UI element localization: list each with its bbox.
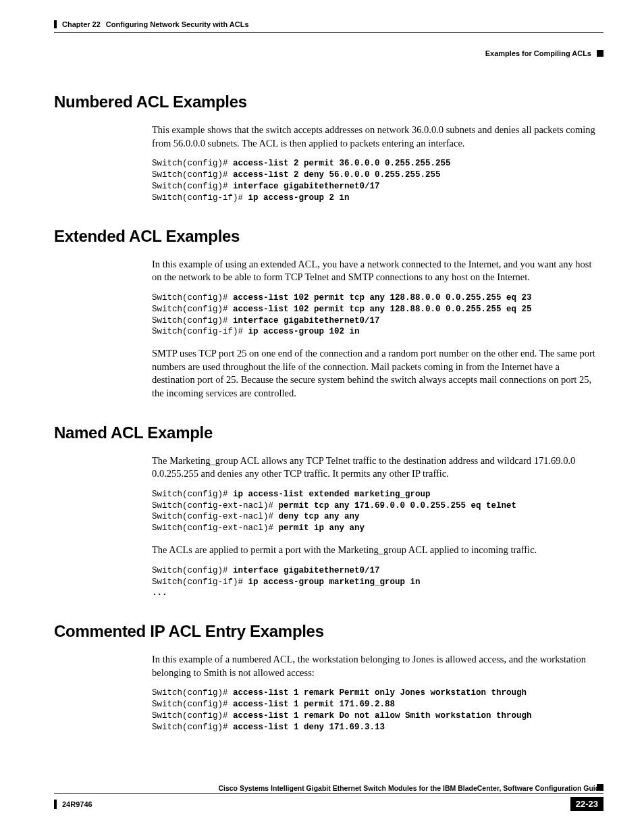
footer-guide-title: Cisco Systems Intelligent Gigabit Ethern… (54, 784, 603, 794)
header-rule-icon (54, 20, 57, 28)
body-named-2: The ACLs are applied to permit a port wi… (152, 544, 597, 557)
body-extended-2: SMTP uses TCP port 25 on one end of the … (152, 347, 597, 400)
para: This example shows that the switch accep… (152, 124, 597, 150)
code-named-2: Switch(config)# interface gigabitetherne… (152, 565, 603, 600)
body-named-1: The Marketing_group ACL allows any TCP T… (152, 454, 597, 481)
section-commented: Commented IP ACL Entry Examples In this … (54, 622, 603, 733)
header-left: Chapter 22 Configuring Network Security … (54, 20, 249, 28)
section-extended: Extended ACL Examples In this example of… (54, 227, 603, 400)
footer-row: 24R9746 22-23 (54, 797, 603, 811)
square-icon (597, 50, 603, 57)
header-right: Examples for Compiling ACLs (485, 49, 603, 57)
header-section-label: Examples for Compiling ACLs (485, 49, 591, 57)
para: The ACLs are applied to permit a port wi… (152, 544, 597, 557)
para: In this example of using an extended ACL… (152, 258, 597, 284)
page-footer: Cisco Systems Intelligent Gigabit Ethern… (54, 784, 603, 811)
heading-numbered: Numbered ACL Examples (54, 93, 603, 111)
content: Numbered ACL Examples This example shows… (54, 93, 603, 733)
page-header: Chapter 22 Configuring Network Security … (54, 20, 603, 28)
footer-left: 24R9746 (54, 800, 92, 809)
chapter-label: Chapter 22 (62, 20, 101, 28)
chapter-title: Configuring Network Security with ACLs (106, 20, 249, 28)
para: In this example of a numbered ACL, the w… (152, 653, 597, 679)
para: The Marketing_group ACL allows any TCP T… (152, 454, 597, 481)
code-extended: Switch(config)# access-list 102 permit t… (152, 292, 603, 338)
section-named: Named ACL Example The Marketing_group AC… (54, 423, 603, 600)
para: SMTP uses TCP port 25 on one end of the … (152, 347, 597, 400)
heading-extended: Extended ACL Examples (54, 227, 603, 246)
doc-number: 24R9746 (62, 800, 92, 808)
body-extended-1: In this example of using an extended ACL… (152, 258, 597, 284)
page: Chapter 22 Configuring Network Security … (0, 0, 644, 834)
footer-bar-icon (54, 800, 57, 809)
header-right-wrap: Examples for Compiling ACLs (54, 48, 603, 59)
heading-commented: Commented IP ACL Entry Examples (54, 622, 603, 641)
header-divider (54, 32, 603, 33)
page-number-badge: 22-23 (570, 797, 603, 811)
section-numbered: Numbered ACL Examples This example shows… (54, 93, 603, 204)
body-numbered: This example shows that the switch accep… (152, 124, 597, 150)
code-numbered: Switch(config)# access-list 2 permit 36.… (152, 158, 603, 204)
code-named-1: Switch(config)# ip access-list extended … (152, 489, 603, 535)
body-commented: In this example of a numbered ACL, the w… (152, 653, 597, 679)
code-commented: Switch(config)# access-list 1 remark Per… (152, 687, 603, 733)
heading-named: Named ACL Example (54, 423, 603, 442)
